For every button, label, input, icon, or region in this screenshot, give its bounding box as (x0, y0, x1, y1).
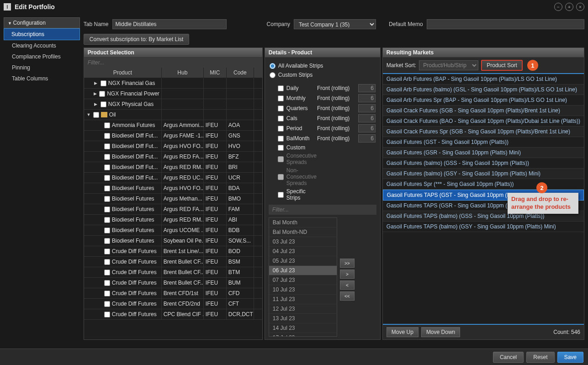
strip-list-item[interactable]: 07 Jul 23 (269, 275, 337, 285)
strip-list-item[interactable]: 13 Jul 23 (269, 314, 337, 323)
save-button[interactable]: Save (557, 352, 583, 363)
list-transfer-button[interactable]: < (340, 280, 355, 290)
result-row[interactable]: Gasoil Arb Futures Spr (BAP - Sing Gasoi… (383, 95, 584, 106)
tree-checkbox[interactable] (104, 175, 110, 181)
strip-checkbox[interactable] (278, 192, 284, 198)
table-row[interactable]: Biodiesel FuturesArgus HVO FO...IFEUBDA (84, 183, 262, 194)
radio-all-strips[interactable]: All Available Strips (270, 61, 376, 70)
strip-list-item[interactable]: 04 Jul 23 (269, 247, 337, 256)
result-row[interactable]: Gasoil Crack Futures (SGB - Sing Gasoil … (383, 106, 584, 116)
strip-option[interactable]: PeriodFront (rolling) (278, 123, 376, 133)
tree-checkbox[interactable] (104, 133, 110, 139)
result-row[interactable]: Gasoil Futures (balmo) (GSY - Sing Gasoi… (383, 169, 584, 179)
minimize-button[interactable]: − (554, 3, 562, 11)
table-row[interactable]: Biodiesel FuturesArgus RED RM...IFEUABI (84, 215, 262, 225)
sidebar-item-compliance-profiles[interactable]: Compliance Profiles (4, 51, 80, 62)
result-row[interactable]: Gasoil Arb Futures (BAP - Sing Gasoil 10… (383, 74, 584, 85)
close-button[interactable]: × (576, 3, 584, 11)
tree-checkbox[interactable] (104, 227, 110, 233)
result-row[interactable]: Gasoil Crack Futures (BAO - Sing Gasoil … (383, 116, 584, 127)
strip-list-item[interactable]: 12 Jul 23 (269, 304, 337, 314)
strip-spinner[interactable] (358, 104, 376, 112)
strip-checkbox[interactable] (278, 106, 284, 111)
strip-option[interactable]: Custom (278, 143, 376, 152)
strip-spinner[interactable] (358, 94, 376, 102)
list-transfer-button[interactable]: > (340, 270, 355, 279)
tree-checkbox[interactable] (104, 143, 110, 149)
tree-checkbox[interactable] (104, 206, 110, 212)
result-row[interactable]: Gasoil Arb Futures (balmo) (GSL - Sing G… (383, 85, 584, 95)
result-row[interactable]: Gasoil Futures Spr (*** - Sing Gasoil 10… (383, 179, 584, 190)
strip-option[interactable]: CalsFront (rolling) (278, 113, 376, 123)
strip-checkbox[interactable] (278, 116, 284, 122)
result-row[interactable]: Gasoil Futures (GSR - Sing Gasoil 10ppm … (383, 148, 584, 158)
strip-checkbox[interactable] (278, 136, 284, 142)
cancel-button[interactable]: Cancel (493, 352, 524, 363)
table-row[interactable]: Crude Diff FuturesBrent Bullet CF...IFEU… (84, 267, 262, 278)
company-select[interactable]: Test Company 1 (35) (294, 19, 376, 29)
move-down-button[interactable]: Move Down (421, 327, 460, 337)
tree-checkbox[interactable] (104, 122, 110, 128)
maximize-button[interactable]: + (565, 3, 573, 11)
tree-checkbox[interactable] (93, 112, 99, 118)
tree-checkbox[interactable] (104, 185, 110, 191)
move-up-button[interactable]: Move Up (387, 327, 418, 337)
strip-list-item[interactable]: 11 Jul 23 (269, 295, 337, 304)
tree-checkbox[interactable] (104, 291, 110, 296)
strip-checkbox[interactable] (278, 145, 284, 151)
result-row[interactable]: Gasoil Futures (GST - Sing Gasoil 10ppm … (383, 137, 584, 148)
product-tree[interactable]: ▶NGX Financial Gas▶NGX Financial Power▶N… (84, 78, 262, 339)
tree-checkbox[interactable] (104, 249, 110, 254)
tree-node[interactable]: ▶NGX Financial Gas (84, 78, 262, 89)
strip-list-item[interactable]: 14 Jul 23 (269, 323, 337, 333)
table-row[interactable]: Biodiesel Diff Fut...Argus RED FA...IFEU… (84, 152, 262, 162)
tree-checkbox[interactable] (104, 259, 110, 265)
strip-checkbox[interactable] (278, 95, 284, 101)
strip-option[interactable]: QuartersFront (rolling) (278, 103, 376, 113)
strip-list-item[interactable]: Bal Month-ND (269, 227, 337, 237)
sidebar-item-pinning[interactable]: Pinning (4, 62, 80, 73)
list-transfer-button[interactable]: >> (340, 259, 355, 268)
result-row[interactable]: Gasoil Futures (balmo) (GSS - Sing Gasoi… (383, 158, 584, 169)
tree-node-oil[interactable]: ▼Oil (84, 110, 262, 120)
strip-checkbox[interactable] (278, 126, 284, 132)
table-row[interactable]: Biodiesel Diff Fut...Argus RED RM...IFEU… (84, 162, 262, 173)
result-row[interactable]: Gasoil Crack Futures Spr (SGB - Sing Gas… (383, 127, 584, 137)
convert-subscription-button[interactable]: Convert subscription to: By Market List (84, 34, 189, 45)
strip-spinner[interactable] (358, 124, 376, 132)
table-row[interactable]: Crude Diff FuturesBrent Bullet CF...IFEU… (84, 278, 262, 288)
details-filter-input[interactable] (269, 205, 376, 215)
strip-list-item[interactable]: 10 Jul 23 (269, 285, 337, 295)
strip-spinner[interactable] (358, 114, 376, 122)
strip-spinner[interactable] (358, 84, 376, 92)
specific-strips-list[interactable]: Bal MonthBal Month-ND03 Jul 2304 Jul 230… (269, 217, 337, 337)
strip-list-item[interactable]: 06 Jul 23 (269, 266, 337, 275)
tree-checkbox[interactable] (104, 164, 110, 170)
table-row[interactable]: Biodiesel FuturesArgus RED FA...IFEUFAM (84, 204, 262, 215)
radio-all-input[interactable] (270, 63, 275, 69)
strip-option[interactable]: DailyFront (rolling) (278, 83, 376, 93)
table-row[interactable]: Crude Diff FuturesBrent CFD/1stIFEUCFD (84, 288, 262, 299)
table-row[interactable]: Biodiesel Diff Fut...Argus RED UC...IFEU… (84, 173, 262, 183)
sidebar-item-table-columns[interactable]: Table Columns (4, 73, 80, 84)
tree-checkbox[interactable] (99, 91, 105, 97)
market-sort-select[interactable]: Product/Hub/Strip (419, 60, 478, 70)
table-row[interactable]: Biodiesel FuturesArgus UCOME ...IFEUBDB (84, 225, 262, 236)
product-sort-button[interactable]: Product Sort (481, 60, 523, 71)
memo-input[interactable] (427, 19, 584, 29)
result-row[interactable]: Gasoil Futures TAPS (balmo) (GSY - Sing … (383, 222, 584, 232)
table-row[interactable]: Biodiesel FuturesArgus Methan...IFEUBMO (84, 194, 262, 204)
reset-button[interactable]: Reset (526, 352, 554, 363)
strip-option[interactable]: Specific Strips (278, 187, 376, 202)
tab-name-input[interactable] (112, 19, 227, 29)
tree-checkbox[interactable] (104, 154, 110, 160)
table-row[interactable]: Ammonia FuturesArgus Ammoni...IFEUAOA (84, 120, 262, 131)
results-list[interactable]: 2 Drag and drop to re-arrange the produc… (383, 73, 584, 324)
radio-custom-input[interactable] (270, 72, 275, 78)
sidebar-header[interactable]: Configuration (4, 17, 80, 28)
tree-node[interactable]: ▶NGX Financial Power (84, 89, 262, 99)
table-row[interactable]: Crude Diff FuturesCPC Blend CIF ...IFEUD… (84, 309, 262, 320)
tree-checkbox[interactable] (104, 280, 110, 286)
strip-option[interactable]: BalMonthFront (rolling) (278, 133, 376, 143)
strip-option[interactable]: MonthlyFront (rolling) (278, 93, 376, 103)
